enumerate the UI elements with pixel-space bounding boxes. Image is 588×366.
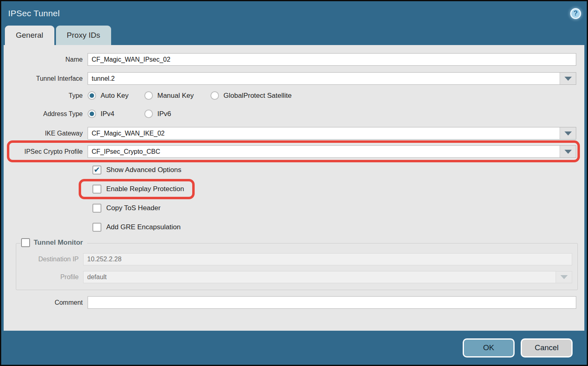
radio-button-selected[interactable]	[88, 91, 96, 100]
ike-gateway-dropdown-button[interactable]	[560, 127, 576, 139]
tunnel-interface-select[interactable]: tunnel.2	[88, 72, 576, 85]
copy-tos-header-checkbox[interactable]	[92, 204, 101, 213]
ike-gateway-label: IKE Gateway	[4, 130, 88, 137]
type-row: Type Auto Key Manual Key GlobalProtect S…	[4, 91, 584, 100]
address-type-row: Address Type IPv4 IPv6	[4, 110, 584, 118]
comment-row: Comment	[4, 296, 584, 309]
radio-ipv6-label: IPv6	[157, 110, 171, 118]
destination-ip-row: Destination IP 10.252.2.28	[16, 253, 577, 265]
comment-label: Comment	[4, 299, 88, 306]
add-gre-encapsulation-checkbox[interactable]	[92, 223, 101, 232]
radio-auto-key-label: Auto Key	[101, 92, 129, 100]
radio-button[interactable]	[144, 110, 153, 118]
ok-button[interactable]: OK	[463, 338, 515, 357]
tunnel-interface-dropdown-button[interactable]	[560, 73, 576, 84]
dialog-titlebar: IPSec Tunnel ?	[1, 1, 587, 26]
chevron-down-icon	[560, 275, 568, 279]
chevron-down-icon	[564, 77, 572, 81]
profile-select: default	[83, 271, 572, 283]
page-title: IPSec Tunnel	[8, 9, 60, 18]
ipsec-crypto-profile-value: CF_IPsec_Crypto_CBC	[92, 148, 160, 155]
tunnel-monitor-legend: Tunnel Monitor	[21, 238, 87, 247]
enable-replay-protection-checkbox[interactable]	[92, 185, 101, 194]
tab-general[interactable]: General	[5, 26, 54, 45]
name-input[interactable]: CF_Magic_WAN_IPsec_02	[88, 53, 576, 66]
ike-gateway-select[interactable]: CF_Magic_WAN_IKE_02	[88, 127, 576, 140]
general-tab-panel: Name CF_Magic_WAN_IPsec_02 Tunnel Interf…	[4, 45, 584, 331]
profile-label: Profile	[16, 273, 83, 281]
help-icon[interactable]: ?	[570, 8, 581, 19]
destination-ip-label: Destination IP	[16, 256, 83, 263]
ike-gateway-row: IKE Gateway CF_Magic_WAN_IKE_02	[4, 127, 584, 140]
tab-proxy-ids[interactable]: Proxy IDs	[56, 26, 111, 45]
destination-ip-input: 10.252.2.28	[83, 253, 572, 265]
comment-input[interactable]	[88, 296, 576, 309]
add-gre-encapsulation-label: Add GRE Encapsulation	[106, 223, 180, 231]
radio-ipv4[interactable]: IPv4	[88, 110, 144, 118]
radio-globalprotect-satellite-label: GlobalProtect Satellite	[223, 92, 292, 100]
dialog-footer: OK Cancel	[1, 331, 587, 365]
tunnel-interface-row: Tunnel Interface tunnel.2	[4, 72, 584, 85]
name-row: Name CF_Magic_WAN_IPsec_02	[4, 53, 584, 66]
address-type-label: Address Type	[4, 110, 88, 118]
ipsec-crypto-profile-label: IPSec Crypto Profile	[4, 148, 88, 155]
radio-globalprotect-satellite[interactable]: GlobalProtect Satellite	[210, 91, 292, 100]
chevron-down-icon	[564, 131, 572, 136]
radio-button[interactable]	[210, 91, 219, 100]
ike-gateway-value: CF_Magic_WAN_IKE_02	[92, 130, 165, 137]
cancel-button[interactable]: Cancel	[521, 338, 573, 357]
radio-ipv4-label: IPv4	[101, 110, 114, 118]
show-advanced-options-label: Show Advanced Options	[106, 166, 181, 174]
ipsec-crypto-profile-dropdown-button[interactable]	[560, 146, 576, 157]
tunnel-interface-label: Tunnel Interface	[4, 75, 88, 82]
radio-dot	[90, 93, 94, 98]
name-label: Name	[4, 56, 88, 63]
radio-button[interactable]	[144, 91, 153, 100]
tab-bar: General Proxy IDs	[1, 26, 587, 45]
radio-manual-key-label: Manual Key	[157, 92, 194, 100]
enable-replay-protection-row: Enable Replay Protection	[92, 183, 584, 194]
radio-manual-key[interactable]: Manual Key	[144, 91, 210, 100]
ipsec-tunnel-dialog: IPSec Tunnel ? General Proxy IDs Name CF…	[0, 0, 588, 366]
chevron-down-icon	[564, 150, 572, 154]
copy-tos-header-row: Copy ToS Header	[92, 202, 584, 213]
ipsec-crypto-profile-select[interactable]: CF_IPsec_Crypto_CBC	[88, 145, 576, 158]
show-advanced-options-row: ✔ Show Advanced Options	[92, 164, 584, 175]
ipsec-crypto-profile-row: IPSec Crypto Profile CF_IPsec_Crypto_CBC	[4, 145, 584, 158]
radio-dot	[90, 112, 94, 116]
copy-tos-header-label: Copy ToS Header	[106, 204, 161, 212]
tunnel-monitor-label: Tunnel Monitor	[34, 239, 83, 247]
enable-replay-protection-label: Enable Replay Protection	[106, 185, 184, 193]
radio-auto-key[interactable]: Auto Key	[88, 91, 144, 100]
tunnel-interface-value: tunnel.2	[92, 75, 115, 82]
tunnel-monitor-group: Tunnel Monitor Destination IP 10.252.2.2…	[16, 243, 578, 290]
show-advanced-options-checkbox[interactable]: ✔	[92, 166, 101, 174]
profile-value: default	[87, 273, 107, 281]
profile-row: Profile default	[16, 271, 577, 283]
type-label: Type	[4, 92, 88, 99]
tunnel-monitor-checkbox[interactable]	[21, 238, 30, 247]
add-gre-encapsulation-row: Add GRE Encapsulation	[92, 222, 584, 233]
profile-dropdown-button	[556, 271, 572, 283]
radio-button-selected[interactable]	[88, 110, 96, 118]
radio-ipv6[interactable]: IPv6	[144, 110, 171, 118]
